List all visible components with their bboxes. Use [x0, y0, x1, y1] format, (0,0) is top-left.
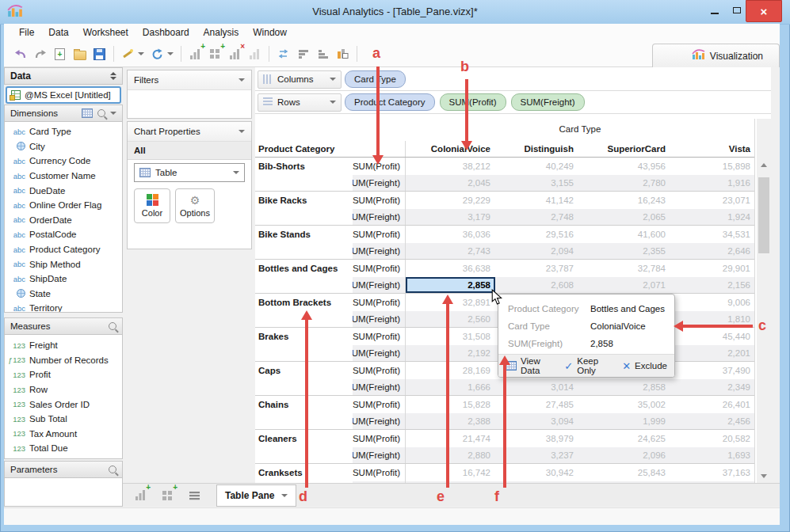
value-cell[interactable]: 1,999: [578, 413, 670, 430]
value-cell[interactable]: 41,142: [495, 192, 578, 209]
pill-sum-profit[interactable]: SUM(Profit): [440, 93, 506, 111]
value-cell[interactable]: 41,600: [578, 226, 670, 243]
measure-label[interactable]: SUM(Profit): [353, 226, 405, 243]
selected-cell[interactable]: 2,858: [405, 277, 495, 294]
value-cell[interactable]: 38,979: [495, 430, 578, 447]
search-icon[interactable]: [109, 322, 116, 330]
measure-label[interactable]: SUM(Profit): [353, 192, 405, 209]
open-icon[interactable]: [70, 44, 90, 64]
field-ship-method[interactable]: abcShip Method: [5, 256, 122, 272]
menu-item-analysis[interactable]: Analysis: [197, 27, 246, 38]
value-cell[interactable]: 2,349: [670, 379, 755, 396]
value-cell[interactable]: 2,096: [578, 447, 670, 464]
value-cell[interactable]: 36,638: [405, 260, 495, 277]
data-source-item[interactable]: @MS Excel [Untitled]: [6, 86, 121, 104]
vertical-scrollbar[interactable]: [757, 119, 771, 484]
value-cell[interactable]: 9,006: [670, 294, 755, 311]
value-cell[interactable]: 2,065: [578, 209, 670, 226]
chart-type-select[interactable]: Table: [134, 163, 245, 182]
color-button[interactable]: Color: [134, 188, 170, 223]
row-category-caps[interactable]: Caps: [255, 362, 353, 379]
value-cell[interactable]: 3,155: [495, 175, 578, 192]
value-cell[interactable]: 16,243: [578, 192, 670, 209]
value-cell[interactable]: 2,780: [578, 175, 670, 192]
value-cell[interactable]: 29,516: [495, 226, 578, 243]
sort-ascending-icon[interactable]: [293, 44, 313, 64]
menu-item-window[interactable]: Window: [246, 27, 294, 38]
field-territory[interactable]: abcTerritory: [5, 301, 122, 313]
rows-shelf-button[interactable]: Rows: [258, 93, 342, 112]
swap-axes-icon[interactable]: [273, 44, 293, 64]
row-category-bike-racks[interactable]: Bike Racks: [255, 192, 353, 209]
row-category-bottles-and-cages[interactable]: Bottles and Cages: [255, 260, 353, 277]
value-cell[interactable]: 29,901: [670, 260, 755, 277]
maximize-button[interactable]: [726, 0, 747, 21]
value-cell[interactable]: 2,355: [578, 243, 670, 260]
value-cell[interactable]: 1,924: [670, 209, 755, 226]
measure-label[interactable]: SUM(Profit): [353, 294, 405, 311]
menu-item-dashboard[interactable]: Dashboard: [135, 27, 197, 38]
value-cell[interactable]: 23,071: [670, 192, 755, 209]
value-cell[interactable]: 2,560: [405, 311, 495, 328]
measure-label[interactable]: SUM(Profit): [353, 464, 405, 481]
columns-shelf-button[interactable]: Columns: [258, 70, 342, 89]
field-state[interactable]: State: [5, 287, 122, 302]
sort-descending-icon[interactable]: [313, 44, 333, 64]
value-cell[interactable]: 16,742: [405, 464, 495, 481]
field-shipdate[interactable]: abcShipDate: [5, 272, 122, 287]
measure-label[interactable]: SUM(Profit): [353, 396, 405, 413]
value-cell[interactable]: 3,179: [405, 209, 495, 226]
labels-icon[interactable]: [333, 44, 353, 64]
keep-only-button[interactable]: ✓Keep Only: [564, 356, 614, 375]
search-icon[interactable]: [97, 109, 105, 117]
field-online-order-flag[interactable]: abcOnline Order Flag: [5, 198, 122, 213]
field-product-category[interactable]: abcProduct Category: [5, 242, 122, 257]
measure-label[interactable]: SUM(Freight): [353, 345, 405, 362]
value-cell[interactable]: 37,163: [670, 464, 755, 481]
view-data-button[interactable]: View Data: [506, 356, 556, 375]
value-cell[interactable]: 35,002: [578, 396, 670, 413]
field-city[interactable]: City: [5, 139, 122, 154]
column-header-colonialvoice[interactable]: ColonialVoice: [405, 141, 495, 157]
column-header-product-category[interactable]: Product Category: [255, 141, 405, 157]
measure-label[interactable]: SUM(Freight): [353, 209, 405, 226]
menu-item-worksheet[interactable]: Worksheet: [76, 27, 135, 38]
row-category-chains[interactable]: Chains: [255, 396, 353, 413]
save-icon[interactable]: [90, 44, 109, 64]
measure-label[interactable]: SUM(Profit): [353, 260, 405, 277]
value-cell[interactable]: 23,787: [495, 260, 578, 277]
value-cell[interactable]: 29,229: [405, 192, 495, 209]
field-currency-code[interactable]: abcCurrency Code: [5, 154, 122, 169]
row-category-bib-shorts[interactable]: Bib-Shorts: [255, 158, 353, 175]
measure-label[interactable]: SUM(Freight): [353, 243, 405, 260]
field-orderdate[interactable]: abcOrderDate: [5, 213, 122, 228]
value-cell[interactable]: 1,693: [670, 447, 755, 464]
chevron-down-icon[interactable]: [138, 52, 144, 55]
sort-fields-icon[interactable]: [110, 72, 116, 80]
value-cell[interactable]: 2,743: [405, 243, 495, 260]
value-cell[interactable]: 24,625: [578, 430, 670, 447]
pill-card-type[interactable]: Card Type: [345, 70, 406, 88]
value-cell[interactable]: 2,388: [405, 413, 495, 430]
value-cell[interactable]: 2,748: [495, 209, 578, 226]
new-dashboard-icon[interactable]: +: [158, 485, 177, 505]
pill-product-category[interactable]: Product Category: [345, 93, 435, 111]
row-category-cleaners[interactable]: Cleaners: [255, 430, 353, 447]
field-customer-name[interactable]: abcCustomer Name: [5, 169, 122, 184]
column-header-superiorcard[interactable]: SuperiorCard: [578, 141, 670, 157]
field-card-type[interactable]: abcCard Type: [5, 124, 122, 139]
field-total-due[interactable]: 123Total Due: [5, 441, 122, 456]
measure-label[interactable]: SUM(Profit): [353, 328, 405, 345]
field-sub-total[interactable]: 123Sub Total: [5, 412, 122, 427]
measure-label[interactable]: SUM(Profit): [353, 430, 405, 447]
value-cell[interactable]: 40,249: [495, 158, 578, 175]
chevron-down-icon[interactable]: [110, 112, 116, 115]
chevron-down-icon[interactable]: [239, 130, 245, 133]
redo-icon[interactable]: [30, 44, 50, 64]
refresh-icon[interactable]: [147, 44, 167, 64]
value-cell[interactable]: 38,212: [405, 158, 495, 175]
value-cell[interactable]: 3,094: [495, 413, 578, 430]
measure-label[interactable]: SUM(Freight): [353, 311, 405, 328]
field-row[interactable]: 123Row: [5, 382, 122, 397]
chevron-down-icon[interactable]: [167, 52, 174, 55]
